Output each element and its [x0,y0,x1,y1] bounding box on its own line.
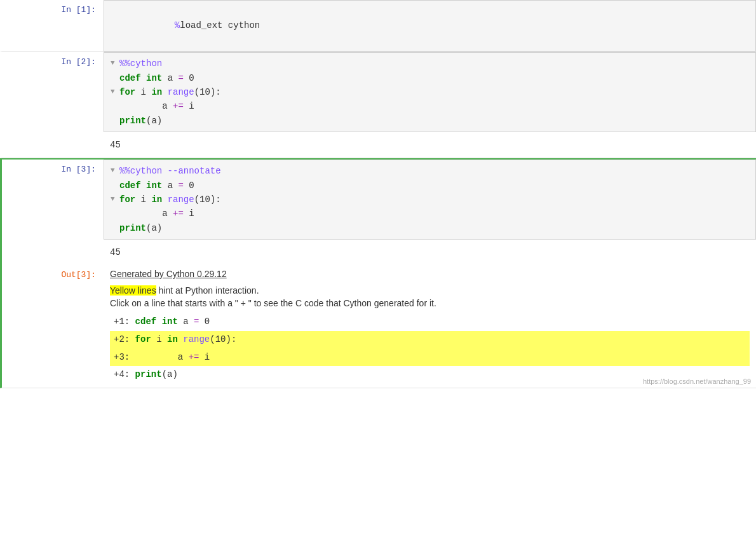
var: a [162,71,178,85]
annotate-line-num-2: +2: [114,332,135,348]
op-plus: += [189,350,199,365]
kw-for: for [119,85,135,99]
kw-in: in [151,193,162,207]
output-number: 45 [110,136,750,154]
punc: (a) [146,221,162,235]
code-line: ▼ %%cython --annotate [111,164,749,178]
magic-cython: %%cython [119,57,162,71]
punc: (a) [146,114,162,128]
var: a [162,179,178,193]
code-line: cdef int a = 0 [111,179,749,193]
cell-3-label: In [3]: [2,160,104,240]
kw-int: int [146,71,162,85]
kw-in: in [167,332,178,348]
cell-1-input-row: In [1]: %load_ext cython [2,0,756,51]
annotate-line-2[interactable]: +2: for i in range(10): [110,331,750,349]
yellow-lines-text: Yellow lines [110,285,156,296]
annotate-line-num-4: +4: [114,367,135,383]
kw-range: range [168,85,194,99]
var: 0 [184,71,194,85]
annotate-desc1: Yellow lines hint at Python interaction. [110,285,750,296]
kw-int: int [146,179,162,193]
annotate-line-num-1: +1: [114,315,135,330]
magic-body: load_ext cython [180,20,260,31]
cell-3-input[interactable]: ▼ %%cython --annotate cdef int a = 0 ▼ f… [104,160,756,240]
kw-for: for [119,193,135,207]
magic-text: %load_ext cython [111,4,260,47]
var: i [184,99,194,113]
kw-in: in [151,85,162,99]
punc: (10): [194,193,221,207]
var: a [119,207,173,221]
collapse-arrow[interactable]: ▼ [111,194,117,205]
var [162,85,167,99]
cell-1: In [1]: %load_ext cython [0,0,756,52]
cell-2-output: 45 [104,132,756,158]
collapse-arrow[interactable]: ▼ [111,86,117,98]
code-line: ▼ for i in range(10): [111,193,749,207]
var: a [178,315,194,330]
op-plus: += [173,99,184,113]
code-line: a += i [111,99,749,113]
var: i [199,350,210,365]
var: i [151,332,167,348]
code-line: print(a) [111,221,749,235]
magic-percent: % [175,20,180,31]
kw-cdef: cdef [119,179,146,193]
collapse-arrow[interactable]: ▼ [111,165,117,177]
kw-cdef: cdef [119,71,146,85]
var: i [184,207,194,221]
cell-3-annotate-row: Out[3]: Generated by Cython 0.29.12 Yell… [2,265,756,388]
eq: = [194,315,199,330]
cell-1-label: In [1]: [2,0,104,51]
cell-3-out-label: Out[3]: [2,265,104,388]
var: a [135,350,189,365]
punc: (a) [162,367,178,383]
cell-3-output-number-row: 45 [2,240,756,265]
annotate-line-3[interactable]: +3: a += i [110,349,750,367]
var: 0 [199,315,210,330]
code-line: ▼ %%cython [111,57,749,71]
code-line: %load_ext cython [111,4,749,47]
annotate-desc2: Click on a line that starts with a " + "… [110,298,750,308]
cell-2: In [2]: ▼ %%cython cdef int a = 0 ▼ for … [0,52,756,158]
magic-cython-annotate: %%cython --annotate [119,164,221,178]
var: 0 [184,179,194,193]
collapse-arrow[interactable]: ▼ [111,58,117,69]
code-line: print(a) [111,114,749,128]
cell-3-input-row: In [3]: ▼ %%cython --annotate cdef int a… [2,160,756,240]
kw-cdef: cdef [135,315,162,330]
op-plus: += [173,207,184,221]
output-number-45: 45 [110,243,750,261]
cell-2-output-label [2,132,104,158]
kw-print: print [119,114,146,128]
var: i [135,85,151,99]
cell-2-output-row: 45 [2,132,756,158]
cell-2-input[interactable]: ▼ %%cython cdef int a = 0 ▼ for i in ran… [104,52,756,132]
annotate-header: Generated by Cython 0.29.12 [110,269,750,279]
var: i [135,193,151,207]
cell-2-input-row: In [2]: ▼ %%cython cdef int a = 0 ▼ for … [2,52,756,132]
eq: = [178,71,183,85]
var [178,332,183,348]
punc: (10): [210,332,236,348]
annotate-desc1-rest: hint at Python interaction. [156,285,259,296]
code-line: ▼ for i in range(10): [111,85,749,99]
var: a [119,99,173,113]
notebook: In [1]: %load_ext cython In [2]: ▼ %%cyt… [0,0,756,537]
cell-3-annotate-area: Generated by Cython 0.29.12 Yellow lines… [104,265,756,388]
eq: = [178,179,183,193]
code-line: a += i [111,207,749,221]
var [162,193,167,207]
cell-1-input[interactable]: %load_ext cython [104,0,756,51]
kw-int: int [162,315,178,330]
kw-print: print [135,367,162,383]
kw-range: range [183,332,210,348]
cell-2-label: In [2]: [2,52,104,132]
kw-for: for [135,332,151,348]
annotate-line-1[interactable]: +1: cdef int a = 0 [110,313,750,331]
watermark: https://blog.csdn.net/wanzhang_99 [643,377,751,385]
cell-3-output-number: 45 [104,240,756,265]
cell-3: In [3]: ▼ %%cython --annotate cdef int a… [0,160,756,388]
punc: (10): [194,85,221,99]
